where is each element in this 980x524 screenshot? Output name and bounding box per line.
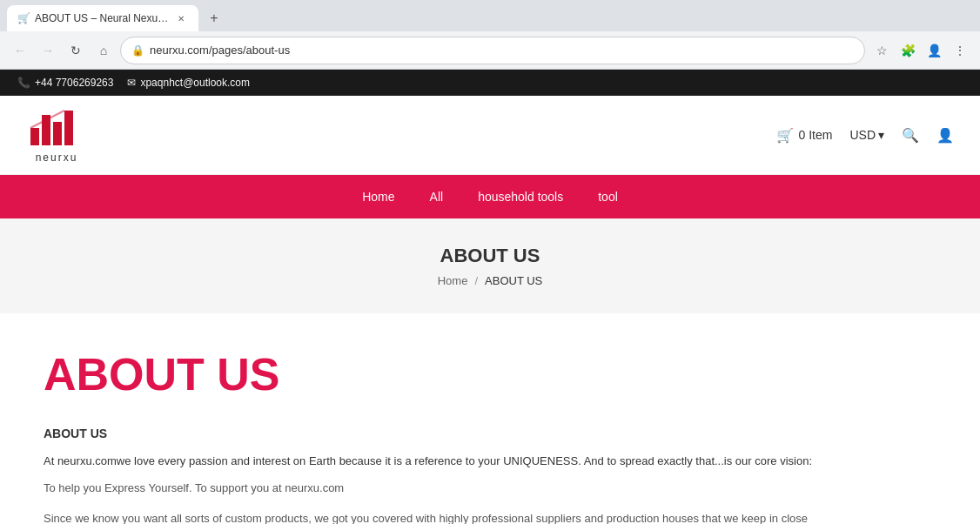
site-wrapper: 📞 +44 7706269263 ✉ xpaqnhct@outlook.com … xyxy=(0,70,980,524)
forward-button[interactable]: → xyxy=(37,39,59,62)
back-button[interactable]: ← xyxy=(9,39,31,62)
about-vision-text: To help you Express Yourself. To support… xyxy=(44,480,827,498)
email-icon: ✉ xyxy=(127,77,136,89)
email-address: xpaqnhct@outlook.com xyxy=(140,77,250,89)
currency-chevron-icon: ▾ xyxy=(878,128,884,142)
cart-count: 0 Item xyxy=(799,128,833,142)
tab-title: ABOUT US – Neural Nexus LIM xyxy=(35,12,169,24)
main-content: ABOUT US ABOUT US At neurxu.comwe love e… xyxy=(0,313,870,524)
svg-rect-2 xyxy=(53,122,62,145)
breadcrumb-current: ABOUT US xyxy=(485,274,542,287)
about-intro-text: At neurxu.comwe love every passion and i… xyxy=(44,454,827,467)
close-tab-button[interactable]: ✕ xyxy=(174,11,188,25)
cart-button[interactable]: 🛒 0 Item xyxy=(776,127,833,144)
main-nav: Home All household tools tool xyxy=(0,175,980,218)
breadcrumb-section: ABOUT US Home / ABOUT US xyxy=(0,218,980,313)
new-tab-button[interactable]: + xyxy=(202,6,226,30)
search-button[interactable]: 🔍 xyxy=(902,127,919,144)
url-text: neurxu.com/pages/about-us xyxy=(150,44,854,57)
browser-chrome: 🛒 ABOUT US – Neural Nexus LIM ✕ + ← → ↻ … xyxy=(0,0,980,70)
svg-rect-3 xyxy=(64,111,73,145)
phone-contact: 📞 +44 7706269263 xyxy=(17,77,113,89)
nav-item-household-tools[interactable]: household tools xyxy=(478,178,563,216)
currency-selector[interactable]: USD ▾ xyxy=(849,128,884,142)
email-contact: ✉ xpaqnhct@outlook.com xyxy=(127,77,250,89)
about-sub-heading: ABOUT US xyxy=(44,427,827,440)
about-heading: ABOUT US xyxy=(44,348,827,400)
top-bar: 📞 +44 7706269263 ✉ xpaqnhct@outlook.com xyxy=(0,70,980,96)
phone-number: +44 7706269263 xyxy=(35,77,113,89)
nav-item-all[interactable]: All xyxy=(430,178,444,216)
svg-rect-0 xyxy=(30,128,39,145)
site-header: neurxu 🛒 0 Item USD ▾ 🔍 👤 xyxy=(0,96,980,175)
logo[interactable]: neurxu xyxy=(26,106,87,164)
nav-right-icons: ☆ 🧩 👤 ⋮ xyxy=(870,39,971,62)
address-bar[interactable]: 🔒 neurxu.com/pages/about-us xyxy=(120,37,865,64)
refresh-button[interactable]: ↻ xyxy=(64,39,87,62)
lock-icon: 🔒 xyxy=(131,44,144,57)
breadcrumb-home[interactable]: Home xyxy=(438,274,468,287)
phone-icon: 📞 xyxy=(17,77,30,89)
tab-favicon: 🛒 xyxy=(17,12,30,24)
logo-svg xyxy=(26,106,87,150)
header-right: 🛒 0 Item USD ▾ 🔍 👤 xyxy=(776,127,954,144)
cart-icon: 🛒 xyxy=(776,127,794,144)
home-button[interactable]: ⌂ xyxy=(92,39,115,62)
tab-bar: 🛒 ABOUT US – Neural Nexus LIM ✕ + xyxy=(0,0,980,31)
currency-label: USD xyxy=(849,128,876,142)
profile-button[interactable]: 👤 xyxy=(923,39,945,62)
breadcrumb: Home / ABOUT US xyxy=(0,274,980,287)
nav-item-home[interactable]: Home xyxy=(362,178,394,216)
active-tab[interactable]: 🛒 ABOUT US – Neural Nexus LIM ✕ xyxy=(7,5,198,31)
bookmark-button[interactable]: ☆ xyxy=(870,39,893,62)
page-title: ABOUT US xyxy=(0,245,980,267)
user-button[interactable]: 👤 xyxy=(936,127,954,144)
extensions-button[interactable]: 🧩 xyxy=(896,39,919,62)
nav-item-tool[interactable]: tool xyxy=(598,178,618,216)
breadcrumb-separator: / xyxy=(474,274,478,287)
about-paragraph1: Since we know you want all sorts of cust… xyxy=(44,510,827,524)
menu-button[interactable]: ⋮ xyxy=(949,39,971,62)
logo-text: neurxu xyxy=(36,151,78,164)
browser-nav-bar: ← → ↻ ⌂ 🔒 neurxu.com/pages/about-us ☆ 🧩 … xyxy=(0,31,980,70)
